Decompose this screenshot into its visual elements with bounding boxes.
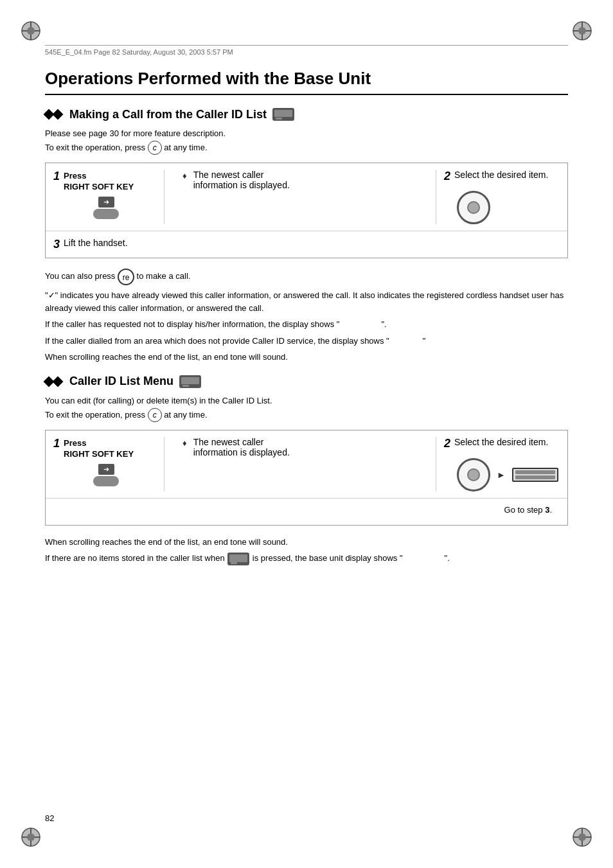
section2-intro2: To exit the operation, press c at any ti… bbox=[45, 408, 568, 422]
step1-press-label: Press bbox=[64, 171, 134, 181]
svg-rect-18 bbox=[276, 118, 282, 120]
step1-key-label: RIGHT SOFT KEY bbox=[64, 182, 134, 191]
scroll-wheel-inner-2 bbox=[467, 468, 480, 481]
oval-btn-1 bbox=[93, 209, 119, 219]
section1-title: Making a Call from the Caller ID List bbox=[69, 108, 267, 121]
scroll-wheel-inner-1 bbox=[467, 201, 480, 214]
arrow-right-icon-2: ➜ bbox=[103, 465, 109, 474]
s2-step2-images: ► bbox=[457, 458, 558, 492]
note4-s1: If the caller dialled from an area which… bbox=[45, 335, 568, 348]
s2-intro2-text: To exit the operation, press bbox=[45, 410, 145, 420]
svg-point-7 bbox=[578, 27, 586, 35]
s2-step2-number: 2 bbox=[444, 437, 450, 450]
section2-intro1: You can edit (for calling) or delete ite… bbox=[45, 396, 568, 405]
middle-block-1: ♦ The newest caller information is displ… bbox=[172, 170, 428, 224]
phone-icon-2 bbox=[179, 374, 202, 389]
c-button-icon-2: c bbox=[148, 408, 162, 422]
middle-note-2: information is displayed. bbox=[193, 180, 290, 190]
note5-s1: When scrolling reaches the end of the li… bbox=[45, 351, 568, 364]
step1-number: 1 bbox=[53, 170, 60, 183]
file-info: 545E_E_04.fm Page 82 Saturday, August 30… bbox=[45, 45, 568, 56]
goto-step-row: Go to step 3. bbox=[46, 498, 567, 525]
step3-number: 3 bbox=[53, 238, 60, 251]
corner-mark-bl bbox=[19, 826, 42, 849]
c-button-icon-1: c bbox=[148, 141, 162, 155]
intro2-text: To exit the operation, press bbox=[45, 143, 145, 152]
s2-step2-block: 2 Select the desired item. ► bbox=[444, 437, 560, 492]
divider-3 bbox=[164, 437, 164, 492]
note1-text-a: You can also press bbox=[45, 271, 118, 281]
section1-heading: Making a Call from the Caller ID List bbox=[45, 107, 568, 122]
diamond-icon-4 bbox=[53, 376, 64, 387]
svg-point-15 bbox=[578, 833, 586, 841]
diamond-bullets-1 bbox=[45, 111, 62, 118]
display-line-1 bbox=[515, 470, 555, 474]
instruction-row-1: 1 Press RIGHT SOFT KEY ➜ bbox=[46, 163, 567, 231]
note1-text-b: to make a call. bbox=[137, 271, 191, 281]
s2-step1-number: 1 bbox=[53, 437, 60, 450]
divider-1 bbox=[164, 170, 164, 224]
instruction-box-1: 1 Press RIGHT SOFT KEY ➜ bbox=[45, 163, 568, 258]
soft-key-btn-2: ➜ bbox=[98, 464, 114, 475]
svg-rect-25 bbox=[229, 554, 247, 562]
svg-rect-22 bbox=[181, 377, 199, 384]
corner-mark-tl bbox=[19, 19, 42, 42]
s2-middle-inner: ♦ The newest caller information is displ… bbox=[182, 437, 418, 457]
step2-number: 2 bbox=[444, 170, 450, 183]
diamond-bullets-2 bbox=[45, 378, 62, 385]
section2-heading: Caller ID List Menu bbox=[45, 374, 568, 389]
instruction-row-2: 1 Press RIGHT SOFT KEY ➜ bbox=[46, 430, 567, 498]
soft-key-graphic-2: ➜ bbox=[93, 464, 119, 486]
step3-label: Lift the handset. bbox=[64, 238, 128, 251]
note1-s2: When scrolling reaches the end of the li… bbox=[45, 536, 568, 549]
caller-list-icon-inline bbox=[227, 552, 250, 566]
arrow-right-icon-1: ➜ bbox=[103, 198, 109, 206]
go-to-step-label: Go to step 3. bbox=[53, 505, 560, 518]
step2-header: 2 Select the desired item. bbox=[444, 170, 548, 183]
svg-text:re: re bbox=[123, 273, 130, 282]
note3-s1: If the caller has requested not to displ… bbox=[45, 318, 568, 331]
small-arrow-1: ► bbox=[497, 470, 506, 480]
soft-key-graphic-1: ➜ bbox=[93, 197, 119, 219]
instruction-row-step3: 3 Lift the handset. bbox=[46, 231, 567, 258]
svg-point-11 bbox=[27, 833, 35, 841]
svg-rect-17 bbox=[274, 110, 292, 117]
corner-mark-br bbox=[571, 826, 594, 849]
arrow-bullet-2: ♦ bbox=[182, 437, 190, 448]
svg-point-3 bbox=[27, 27, 35, 35]
svg-rect-23 bbox=[182, 385, 189, 387]
diamond-icon-2 bbox=[53, 109, 64, 120]
svg-rect-26 bbox=[231, 562, 237, 564]
note1-s1: You can also press re to make a call. bbox=[45, 269, 568, 285]
display-line-2 bbox=[515, 475, 555, 479]
s2-middle-note-1: The newest caller bbox=[193, 437, 290, 447]
section1-intro2: To exit the operation, press c at any ti… bbox=[45, 141, 568, 155]
step1-block: 1 Press RIGHT SOFT KEY ➜ bbox=[53, 170, 156, 224]
corner-mark-tr bbox=[571, 19, 594, 42]
divider-4 bbox=[436, 437, 436, 492]
main-content: 545E_E_04.fm Page 82 Saturday, August 30… bbox=[45, 45, 568, 566]
s2-step1-block: 1 Press RIGHT SOFT KEY ➜ bbox=[53, 437, 156, 492]
step1-image: ➜ bbox=[66, 197, 146, 219]
arrow-bullet-1: ♦ bbox=[182, 170, 190, 181]
display-screen-1 bbox=[512, 468, 558, 482]
section2-title: Caller ID List Menu bbox=[69, 375, 173, 388]
redial-icon: re bbox=[118, 269, 134, 285]
s2-middle-block: ♦ The newest caller information is displ… bbox=[172, 437, 428, 492]
step2-label: Select the desired item. bbox=[454, 170, 548, 180]
s2-middle-note-2: information is displayed. bbox=[193, 447, 290, 457]
divider-2 bbox=[436, 170, 436, 224]
page-number: 82 bbox=[45, 813, 54, 823]
s2-intro2b-text: at any time. bbox=[164, 410, 207, 420]
middle-note-1: The newest caller bbox=[193, 170, 290, 180]
s2-step1-image: ➜ bbox=[66, 464, 146, 486]
step2-block: 2 Select the desired item. bbox=[444, 170, 560, 224]
step2-images bbox=[457, 191, 490, 224]
s2-step1-key-label: RIGHT SOFT KEY bbox=[64, 449, 134, 459]
s2-step1-press-label: Press bbox=[64, 438, 134, 448]
scroll-wheel-2 bbox=[457, 458, 490, 492]
note2-s2: If there are no items stored in the call… bbox=[45, 552, 568, 566]
section1-intro1: Please see page 30 for more feature desc… bbox=[45, 128, 568, 138]
oval-btn-2 bbox=[93, 476, 119, 486]
scroll-wheel-1 bbox=[457, 191, 490, 224]
